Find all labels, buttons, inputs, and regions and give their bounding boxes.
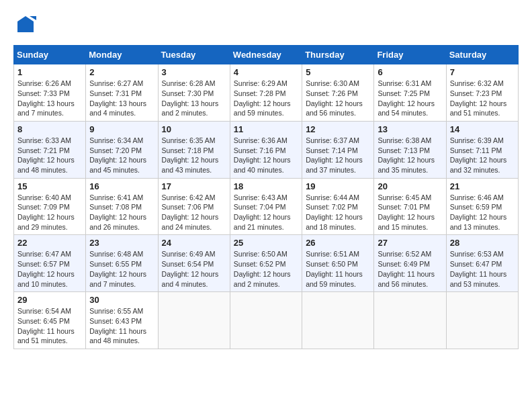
day-number: 13: [378, 124, 442, 134]
day-number: 14: [450, 124, 515, 134]
calendar-cell: [230, 292, 302, 349]
day-number: 20: [378, 181, 442, 191]
day-number: 12: [306, 124, 370, 134]
calendar-cell: 4Sunrise: 6:29 AM Sunset: 7:28 PM Daylig…: [230, 64, 302, 122]
calendar-week-row: 15Sunrise: 6:40 AM Sunset: 7:09 PM Dayli…: [14, 178, 519, 235]
day-info: Sunrise: 6:34 AM Sunset: 7:20 PM Dayligh…: [89, 136, 154, 175]
day-number: 17: [162, 181, 226, 191]
day-number: 18: [234, 181, 298, 191]
calendar-cell: 13Sunrise: 6:38 AM Sunset: 7:13 PM Dayli…: [374, 121, 446, 178]
calendar-cell: 19Sunrise: 6:44 AM Sunset: 7:02 PM Dayli…: [302, 178, 374, 235]
day-number: 15: [17, 181, 82, 191]
weekday-header-friday: Friday: [374, 46, 446, 64]
calendar-cell: 7Sunrise: 6:32 AM Sunset: 7:23 PM Daylig…: [446, 64, 518, 122]
day-info: Sunrise: 6:47 AM Sunset: 6:57 PM Dayligh…: [17, 249, 82, 289]
calendar-cell: 10Sunrise: 6:35 AM Sunset: 7:18 PM Dayli…: [158, 121, 230, 178]
day-info: Sunrise: 6:52 AM Sunset: 6:49 PM Dayligh…: [378, 249, 442, 289]
calendar-cell: 29Sunrise: 6:54 AM Sunset: 6:45 PM Dayli…: [14, 292, 86, 349]
calendar-body: 1Sunrise: 6:26 AM Sunset: 7:33 PM Daylig…: [14, 64, 519, 349]
day-number: 8: [17, 124, 82, 134]
day-info: Sunrise: 6:53 AM Sunset: 6:47 PM Dayligh…: [450, 249, 515, 289]
day-number: 10: [162, 124, 226, 134]
page-header: [13, 13, 519, 38]
day-info: Sunrise: 6:37 AM Sunset: 7:14 PM Dayligh…: [306, 136, 370, 175]
calendar-cell: 30Sunrise: 6:55 AM Sunset: 6:43 PM Dayli…: [86, 292, 158, 349]
weekday-header-tuesday: Tuesday: [158, 46, 230, 64]
day-info: Sunrise: 6:54 AM Sunset: 6:45 PM Dayligh…: [17, 306, 82, 346]
calendar-cell: 24Sunrise: 6:49 AM Sunset: 6:54 PM Dayli…: [158, 235, 230, 292]
calendar-week-row: 1Sunrise: 6:26 AM Sunset: 7:33 PM Daylig…: [14, 64, 519, 122]
calendar-cell: 15Sunrise: 6:40 AM Sunset: 7:09 PM Dayli…: [14, 178, 86, 235]
calendar-cell: 20Sunrise: 6:45 AM Sunset: 7:01 PM Dayli…: [374, 178, 446, 235]
day-number: 9: [89, 124, 154, 134]
day-info: Sunrise: 6:30 AM Sunset: 7:26 PM Dayligh…: [306, 79, 370, 118]
day-info: Sunrise: 6:32 AM Sunset: 7:23 PM Dayligh…: [450, 79, 515, 118]
day-info: Sunrise: 6:41 AM Sunset: 7:08 PM Dayligh…: [89, 193, 154, 232]
day-info: Sunrise: 6:31 AM Sunset: 7:25 PM Dayligh…: [378, 79, 442, 118]
day-info: Sunrise: 6:36 AM Sunset: 7:16 PM Dayligh…: [234, 136, 298, 175]
calendar-cell: 9Sunrise: 6:34 AM Sunset: 7:20 PM Daylig…: [86, 121, 158, 178]
calendar-cell: 6Sunrise: 6:31 AM Sunset: 7:25 PM Daylig…: [374, 64, 446, 122]
day-info: Sunrise: 6:44 AM Sunset: 7:02 PM Dayligh…: [306, 193, 370, 232]
calendar-cell: 21Sunrise: 6:46 AM Sunset: 6:59 PM Dayli…: [446, 178, 518, 235]
calendar-cell: 25Sunrise: 6:50 AM Sunset: 6:52 PM Dayli…: [230, 235, 302, 292]
calendar-table: SundayMondayTuesdayWednesdayThursdayFrid…: [13, 45, 519, 349]
calendar-cell: 27Sunrise: 6:52 AM Sunset: 6:49 PM Dayli…: [374, 235, 446, 292]
day-number: 4: [234, 67, 298, 77]
calendar-cell: 8Sunrise: 6:33 AM Sunset: 7:21 PM Daylig…: [14, 121, 86, 178]
day-number: 7: [450, 67, 515, 77]
calendar-header-row: SundayMondayTuesdayWednesdayThursdayFrid…: [14, 46, 519, 64]
calendar-week-row: 29Sunrise: 6:54 AM Sunset: 6:45 PM Dayli…: [14, 292, 519, 349]
day-info: Sunrise: 6:28 AM Sunset: 7:30 PM Dayligh…: [162, 79, 226, 118]
day-info: Sunrise: 6:48 AM Sunset: 6:55 PM Dayligh…: [89, 249, 154, 289]
day-info: Sunrise: 6:42 AM Sunset: 7:06 PM Dayligh…: [162, 193, 226, 232]
day-info: Sunrise: 6:43 AM Sunset: 7:04 PM Dayligh…: [234, 193, 298, 232]
weekday-header-monday: Monday: [86, 46, 158, 64]
day-info: Sunrise: 6:35 AM Sunset: 7:18 PM Dayligh…: [162, 136, 226, 175]
calendar-cell: 2Sunrise: 6:27 AM Sunset: 7:31 PM Daylig…: [86, 64, 158, 122]
day-info: Sunrise: 6:29 AM Sunset: 7:28 PM Dayligh…: [234, 79, 298, 118]
day-info: Sunrise: 6:40 AM Sunset: 7:09 PM Dayligh…: [17, 193, 82, 232]
day-number: 26: [306, 238, 370, 248]
weekday-header-thursday: Thursday: [302, 46, 374, 64]
day-number: 29: [17, 295, 82, 305]
calendar-cell: 5Sunrise: 6:30 AM Sunset: 7:26 PM Daylig…: [302, 64, 374, 122]
logo-icon: [15, 13, 36, 35]
day-info: Sunrise: 6:55 AM Sunset: 6:43 PM Dayligh…: [89, 306, 154, 346]
day-info: Sunrise: 6:27 AM Sunset: 7:31 PM Dayligh…: [89, 79, 154, 118]
calendar-cell: 17Sunrise: 6:42 AM Sunset: 7:06 PM Dayli…: [158, 178, 230, 235]
calendar-cell: 12Sunrise: 6:37 AM Sunset: 7:14 PM Dayli…: [302, 121, 374, 178]
calendar-cell: 22Sunrise: 6:47 AM Sunset: 6:57 PM Dayli…: [14, 235, 86, 292]
day-info: Sunrise: 6:38 AM Sunset: 7:13 PM Dayligh…: [378, 136, 442, 175]
calendar-cell: 28Sunrise: 6:53 AM Sunset: 6:47 PM Dayli…: [446, 235, 518, 292]
weekday-header-sunday: Sunday: [14, 46, 86, 64]
day-number: 23: [89, 238, 154, 248]
day-number: 24: [162, 238, 226, 248]
calendar-cell: [158, 292, 230, 349]
logo: [13, 13, 36, 38]
calendar-cell: 26Sunrise: 6:51 AM Sunset: 6:50 PM Dayli…: [302, 235, 374, 292]
svg-marker-0: [17, 16, 34, 32]
calendar-cell: 18Sunrise: 6:43 AM Sunset: 7:04 PM Dayli…: [230, 178, 302, 235]
calendar-cell: 14Sunrise: 6:39 AM Sunset: 7:11 PM Dayli…: [446, 121, 518, 178]
day-number: 30: [89, 295, 154, 305]
day-info: Sunrise: 6:33 AM Sunset: 7:21 PM Dayligh…: [17, 136, 82, 175]
day-number: 27: [378, 238, 442, 248]
day-number: 1: [17, 67, 82, 77]
day-number: 5: [306, 67, 370, 77]
day-number: 16: [89, 181, 154, 191]
day-number: 6: [378, 67, 442, 77]
weekday-header-saturday: Saturday: [446, 46, 518, 64]
calendar-cell: [446, 292, 518, 349]
day-number: 3: [162, 67, 226, 77]
calendar-cell: 1Sunrise: 6:26 AM Sunset: 7:33 PM Daylig…: [14, 64, 86, 122]
day-number: 2: [89, 67, 154, 77]
day-info: Sunrise: 6:51 AM Sunset: 6:50 PM Dayligh…: [306, 249, 370, 289]
calendar-cell: [374, 292, 446, 349]
day-number: 22: [17, 238, 82, 248]
day-number: 11: [234, 124, 298, 134]
day-number: 28: [450, 238, 515, 248]
weekday-header-wednesday: Wednesday: [230, 46, 302, 64]
calendar-cell: 3Sunrise: 6:28 AM Sunset: 7:30 PM Daylig…: [158, 64, 230, 122]
calendar-week-row: 22Sunrise: 6:47 AM Sunset: 6:57 PM Dayli…: [14, 235, 519, 292]
